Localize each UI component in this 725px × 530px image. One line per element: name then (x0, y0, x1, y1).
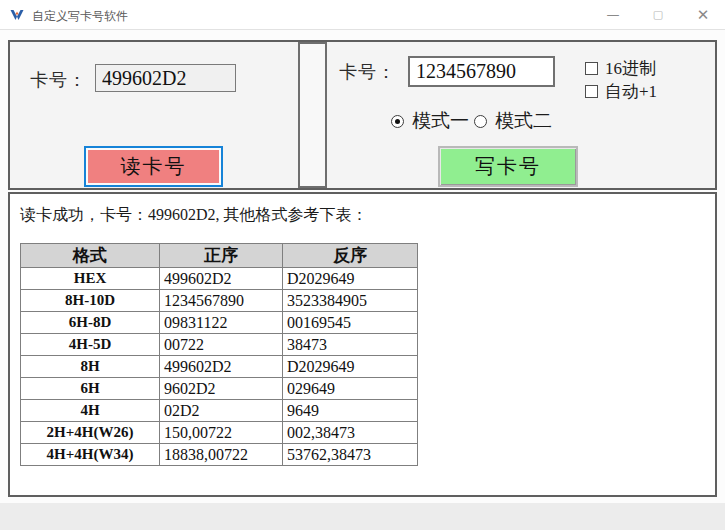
table-row: 4H+4H(W34) 18838,00722 53762,38473 (21, 444, 418, 466)
table-row: HEX 499602D2 D2029649 (21, 268, 418, 290)
table-row: 4H-5D 00722 38473 (21, 334, 418, 356)
table-row: 8H-10D 1234567890 3523384905 (21, 290, 418, 312)
table-header-row: 格式 正序 反序 (21, 244, 418, 268)
mode1-radio-label: 模式一 (412, 108, 469, 134)
table-cell: 18838,00722 (160, 444, 283, 466)
mode2-radio-label: 模式二 (495, 108, 552, 134)
read-card-button[interactable]: 读卡号 (84, 146, 223, 187)
minimize-button[interactable]: — (596, 0, 630, 29)
read-card-input[interactable] (95, 64, 236, 92)
read-card-label: 卡号： (30, 68, 87, 92)
table-cell: 499602D2 (160, 356, 283, 378)
hex-checkbox-label: 16进制 (605, 57, 656, 80)
panel-divider (298, 42, 327, 188)
hex-checkbox-box-icon[interactable] (585, 62, 598, 75)
app-window: 自定义写卡号软件 — ▢ ✕ 卡号： 读卡号 卡号： 16进制 自动+1 模式一 (0, 0, 725, 530)
mode1-radio-icon[interactable] (391, 115, 404, 128)
table-cell: 00169545 (283, 312, 418, 334)
table-cell: 002,38473 (283, 422, 418, 444)
auto-inc-checkbox-label: 自动+1 (605, 80, 657, 103)
table-cell: 1234567890 (160, 290, 283, 312)
column-header-reverse: 反序 (283, 244, 418, 268)
auto-inc-checkbox-box-icon[interactable] (585, 85, 598, 98)
write-card-button[interactable]: 写卡号 (438, 146, 578, 187)
table-cell: D2029649 (283, 268, 418, 290)
table-cell: 3523384905 (283, 290, 418, 312)
auto-inc-checkbox[interactable]: 自动+1 (585, 80, 657, 103)
table-cell: 00722 (160, 334, 283, 356)
mode1-radio[interactable]: 模式一 (391, 108, 469, 134)
result-panel: 读卡成功，卡号：499602D2, 其他格式参考下表： 格式 正序 反序 HEX… (8, 192, 717, 497)
close-icon: ✕ (697, 6, 710, 24)
table-cell: 53762,38473 (283, 444, 418, 466)
close-button[interactable]: ✕ (686, 0, 720, 29)
table-row: 8H 499602D2 D2029649 (21, 356, 418, 378)
status-text: 读卡成功，卡号：499602D2, 其他格式参考下表： (20, 205, 368, 226)
table-cell: 029649 (283, 378, 418, 400)
column-header-format: 格式 (21, 244, 160, 268)
table-cell: 8H-10D (21, 290, 160, 312)
table-cell: 2H+4H(W26) (21, 422, 160, 444)
window-title: 自定义写卡号软件 (32, 8, 128, 25)
table-cell: HEX (21, 268, 160, 290)
column-header-forward: 正序 (160, 244, 283, 268)
table-row: 6H 9602D2 029649 (21, 378, 418, 400)
hex-checkbox[interactable]: 16进制 (585, 57, 656, 80)
table-row: 4H 02D2 9649 (21, 400, 418, 422)
title-bar: 自定义写卡号软件 — ▢ ✕ (0, 0, 725, 30)
table-row: 6H-8D 09831122 00169545 (21, 312, 418, 334)
control-panel: 卡号： 读卡号 卡号： 16进制 自动+1 模式一 模式二 写卡号 (8, 40, 717, 190)
maximize-button[interactable]: ▢ (641, 0, 675, 29)
table-cell: 8H (21, 356, 160, 378)
table-cell: 9602D2 (160, 378, 283, 400)
minimize-icon: — (607, 7, 620, 22)
table-cell: D2029649 (283, 356, 418, 378)
write-card-button-label: 写卡号 (475, 153, 541, 180)
mode2-radio[interactable]: 模式二 (474, 108, 552, 134)
table-cell: 150,00722 (160, 422, 283, 444)
table-cell: 6H (21, 378, 160, 400)
read-card-button-label: 读卡号 (121, 153, 187, 180)
app-logo-icon (9, 7, 25, 23)
format-table: 格式 正序 反序 HEX 499602D2 D2029649 8H-10D 12… (20, 243, 418, 466)
table-cell: 4H-5D (21, 334, 160, 356)
table-cell: 4H (21, 400, 160, 422)
table-cell: 02D2 (160, 400, 283, 422)
write-card-input[interactable] (408, 56, 555, 87)
maximize-icon: ▢ (653, 8, 663, 21)
table-cell: 6H-8D (21, 312, 160, 334)
table-row: 2H+4H(W26) 150,00722 002,38473 (21, 422, 418, 444)
table-cell: 9649 (283, 400, 418, 422)
status-strip (0, 503, 725, 530)
write-card-label: 卡号： (339, 60, 396, 84)
table-cell: 38473 (283, 334, 418, 356)
mode2-radio-icon[interactable] (474, 115, 487, 128)
table-cell: 4H+4H(W34) (21, 444, 160, 466)
table-cell: 499602D2 (160, 268, 283, 290)
table-cell: 09831122 (160, 312, 283, 334)
